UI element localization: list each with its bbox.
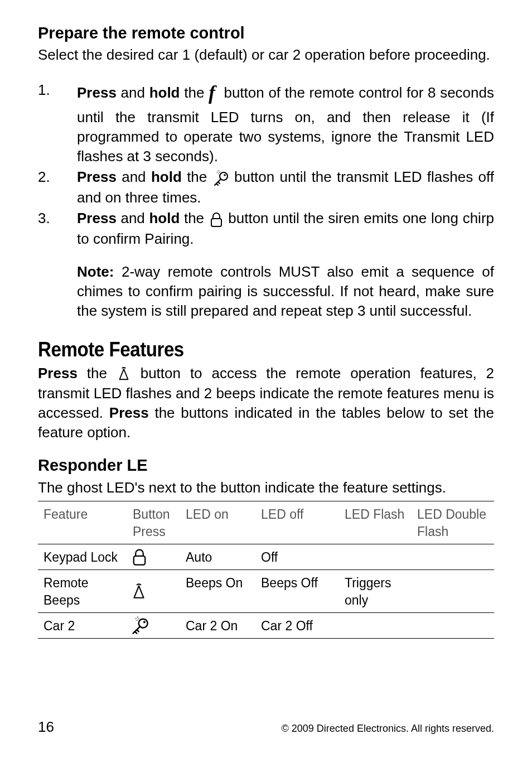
table-row: Keypad Lock Auto Off <box>38 544 494 569</box>
cell-ledflash: Triggers only <box>339 569 412 612</box>
step-1: Press and hold the f button of the remot… <box>38 80 494 166</box>
th-feature: Feature <box>38 501 127 544</box>
prepare-intro: Select the desired car 1 (default) or ca… <box>38 45 494 65</box>
cell-ledflash <box>339 612 412 638</box>
remote-features-para: Press the button to access the remote op… <box>38 364 494 443</box>
cell-leddbl <box>412 569 494 612</box>
cell-ledoff: Off <box>255 544 339 569</box>
th-button: Button Press <box>127 501 180 544</box>
f-button-icon: f <box>209 79 215 107</box>
step2-hold: hold <box>151 168 182 185</box>
cell-ledoff: Beeps Off <box>255 569 339 612</box>
step1-press: Press <box>77 84 117 101</box>
page-footer: 16 © 2009 Directed Electronics. All righ… <box>38 717 494 737</box>
cell-ledoff: Car 2 Off <box>255 612 339 638</box>
step2-press: Press <box>77 168 117 185</box>
step3-hold: hold <box>149 210 180 226</box>
responder-le-table: Feature Button Press LED on LED off LED … <box>38 501 494 639</box>
cell-leddbl <box>412 544 494 569</box>
aux-icon <box>130 581 147 601</box>
cell-leddbl <box>412 612 494 638</box>
cell-feature: Keypad Lock <box>38 544 127 569</box>
th-leddbl: LED Double Flash <box>412 501 494 544</box>
page-number: 16 <box>38 717 54 737</box>
prepare-heading: Prepare the remote control <box>38 22 494 44</box>
rf-press2: Press <box>109 404 149 421</box>
cell-feature: Remote Beeps <box>38 569 127 612</box>
cell-icon <box>127 544 180 569</box>
remote-features-heading: Remote Features <box>38 336 494 364</box>
cell-feature: Car 2 <box>38 612 127 638</box>
cell-icon <box>127 612 180 638</box>
th-ledflash: LED Flash <box>339 501 412 544</box>
cell-icon <box>127 569 180 612</box>
step-2: Press and hold the button until the tran… <box>38 167 494 207</box>
cell-ledon: Auto <box>180 544 255 569</box>
table-row: Car 2 Car 2 On Car 2 Off <box>38 612 494 638</box>
cell-ledon: Car 2 On <box>180 612 255 638</box>
table-row: Remote Beeps Beeps On Beeps Off Triggers… <box>38 569 494 612</box>
table-header-row: Feature Button Press LED on LED off LED … <box>38 501 494 544</box>
key-icon <box>130 616 149 635</box>
responder-le-heading: Responder LE <box>38 455 494 476</box>
copyright: © 2009 Directed Electronics. All rights … <box>282 722 494 735</box>
aux-icon <box>117 363 131 383</box>
step3-press: Press <box>77 210 117 226</box>
cell-ledflash <box>339 544 412 569</box>
th-ledon: LED on <box>180 501 255 544</box>
rf-press1: Press <box>38 365 78 382</box>
step1-hold: hold <box>149 84 180 101</box>
lock-icon <box>209 208 224 228</box>
lock-icon <box>130 547 148 566</box>
th-ledoff: LED off <box>255 501 339 544</box>
note-text: 2-way remote controls MUST also emit a s… <box>77 263 494 319</box>
note-label: Note: <box>77 263 114 280</box>
pairing-note: Note: 2-way remote controls MUST also em… <box>38 262 494 321</box>
step-3: Press and hold the button until the sire… <box>38 209 494 249</box>
cell-ledon: Beeps On <box>180 569 255 612</box>
key-icon <box>212 167 229 187</box>
responder-le-intro: The ghost LED's next to the button indic… <box>38 478 494 498</box>
prepare-steps: Press and hold the f button of the remot… <box>38 80 494 248</box>
